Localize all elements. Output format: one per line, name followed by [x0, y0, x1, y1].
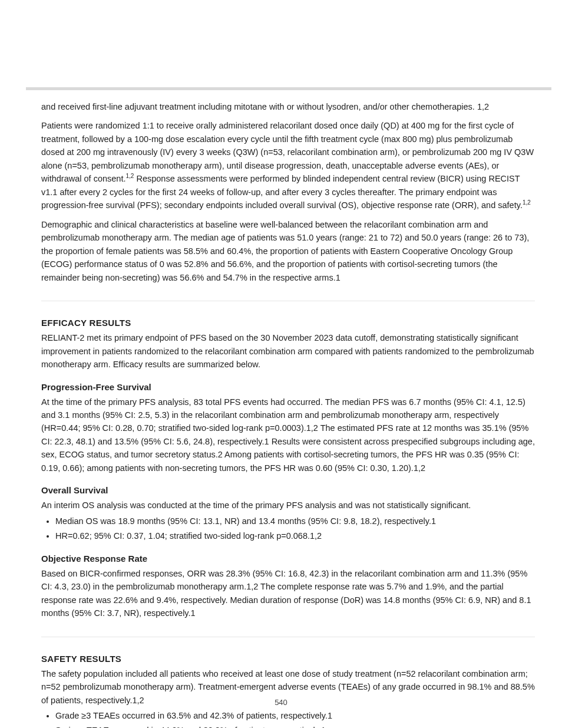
os-list-item-2: HR=0.62; 95% CI: 0.37, 1.04; stratified … — [55, 529, 535, 542]
efficacy-heading: Efficacy Results — [41, 318, 535, 328]
safety-block: Safety Results The safety population inc… — [41, 654, 535, 728]
orr-subheading: Objective Response Rate — [41, 554, 535, 564]
efficacy-intro: RELIANT-2 met its primary endpoint of PF… — [41, 331, 535, 371]
safety-list-item-1: Grade ≥3 TEAEs occurred in 63.5% and 42.… — [55, 709, 535, 722]
paragraph-design-2: Patients were randomized 1:1 to receive … — [41, 119, 535, 212]
os-subheading: Overall Survival — [41, 485, 535, 495]
safety-list-item-2: Serious TEAEs occurred in 44.2% and 30.8… — [55, 724, 535, 728]
safety-list: Grade ≥3 TEAEs occurred in 63.5% and 42.… — [55, 709, 535, 728]
pfs-subheading: Progression-Free Survival — [41, 382, 535, 392]
efficacy-block: Efficacy Results RELIANT-2 met its prima… — [41, 318, 535, 637]
os-list-item-1: Median OS was 18.9 months (95% CI: 13.1,… — [55, 515, 535, 528]
os-paragraph: An interim OS analysis was conducted at … — [41, 499, 535, 512]
paragraph-design-3: Demographic and clinical characteristics… — [41, 218, 535, 284]
paragraph-design-1: and received first-line adjuvant treatme… — [41, 100, 535, 113]
os-list: Median OS was 18.9 months (95% CI: 13.1,… — [55, 515, 535, 543]
orr-paragraph: Based on BICR-confirmed responses, ORR w… — [41, 567, 535, 620]
study-design-block: and received first-line adjuvant treatme… — [41, 100, 535, 301]
safety-heading: Safety Results — [41, 654, 535, 664]
page-number: 540 — [0, 698, 562, 707]
header-rule — [26, 87, 551, 90]
pfs-paragraph: At the time of the primary PFS analysis,… — [41, 396, 535, 475]
